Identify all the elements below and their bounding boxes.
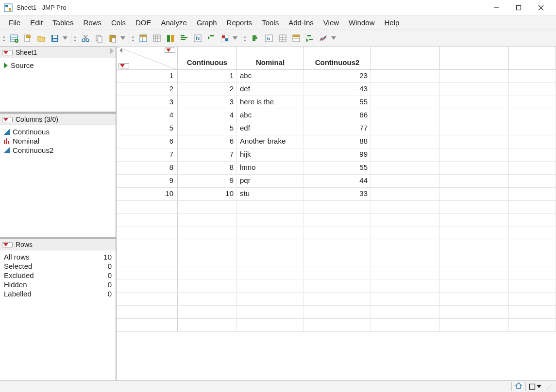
column-item-nominal[interactable]: Nominal — [4, 136, 112, 146]
selection-icon[interactable] — [205, 32, 218, 45]
cell-empty[interactable] — [237, 293, 304, 305]
cell-empty[interactable] — [371, 319, 440, 331]
cut-icon[interactable] — [79, 32, 92, 45]
menu-tools[interactable]: Tools — [257, 16, 284, 29]
cell-empty[interactable] — [178, 253, 237, 266]
grid-body[interactable]: 11abc2322def4333here is the5544abc6655ed… — [117, 70, 556, 380]
table-row-empty[interactable] — [117, 306, 556, 319]
new-script-icon[interactable] — [21, 32, 34, 45]
cell-nominal[interactable]: abc — [237, 70, 304, 82]
cell-empty[interactable] — [304, 306, 371, 318]
cell-empty[interactable] — [509, 227, 556, 240]
show-panels-icon[interactable] — [137, 32, 150, 45]
table-row[interactable]: 55edf77 — [117, 122, 556, 135]
table-row[interactable]: 99pqr44 — [117, 175, 556, 188]
cell-nominal[interactable]: here is the — [237, 96, 304, 109]
cell-empty[interactable] — [304, 227, 371, 240]
table-row[interactable]: 22def43 — [117, 83, 556, 96]
table-row-empty[interactable] — [117, 279, 556, 293]
cell-empty[interactable] — [509, 96, 556, 109]
chart-icon[interactable] — [317, 32, 330, 45]
cell-empty[interactable] — [178, 201, 237, 213]
cell-empty[interactable] — [509, 319, 556, 331]
cell-empty[interactable] — [509, 253, 556, 266]
menu-rows[interactable]: Rows — [78, 16, 106, 29]
menu-graph[interactable]: Graph — [192, 16, 222, 29]
columns-menu-icon[interactable] — [2, 117, 13, 122]
cell-nominal[interactable]: hijk — [237, 148, 304, 161]
cell-continuous[interactable]: 10 — [178, 188, 237, 200]
table-row-empty[interactable] — [117, 201, 556, 214]
cell-continuous2[interactable]: 43 — [304, 83, 371, 96]
toolbar-overflow[interactable] — [62, 32, 68, 45]
cell-nominal[interactable]: stu — [237, 188, 304, 200]
menu-view[interactable]: View — [319, 16, 344, 29]
rows-menu-icon[interactable] — [2, 242, 13, 247]
cell-empty[interactable] — [371, 96, 440, 109]
cell-empty[interactable] — [304, 266, 371, 279]
cell-empty[interactable] — [371, 175, 440, 187]
cell-empty[interactable] — [371, 201, 440, 213]
cell-empty[interactable] — [371, 83, 440, 96]
cell-empty[interactable] — [440, 122, 509, 135]
cell-empty[interactable] — [440, 96, 509, 109]
cell-empty[interactable] — [178, 293, 237, 305]
cell-empty[interactable] — [371, 148, 440, 161]
cell-empty[interactable] — [371, 240, 440, 253]
arrange-icon[interactable] — [178, 32, 190, 45]
cell-continuous2[interactable]: 33 — [304, 188, 371, 200]
row-number[interactable]: 3 — [117, 96, 178, 109]
row-stat-labelled[interactable]: Labelled0 — [4, 289, 112, 298]
column-item-continuous[interactable]: Continuous — [4, 127, 112, 136]
row-number[interactable] — [117, 279, 178, 292]
cell-empty[interactable] — [509, 83, 556, 96]
data-grid[interactable]: Continuous Nominal Continuous2 11abc2322… — [117, 47, 556, 380]
cell-empty[interactable] — [509, 201, 556, 213]
color-icon[interactable] — [219, 32, 231, 45]
cell-nominal[interactable]: def — [237, 83, 304, 96]
cell-empty[interactable] — [237, 279, 304, 292]
cell-empty[interactable] — [509, 175, 556, 187]
cell-empty[interactable] — [371, 162, 440, 174]
table-row[interactable]: 33here is the55 — [117, 96, 556, 109]
cell-empty[interactable] — [509, 70, 556, 82]
cell-empty[interactable] — [509, 162, 556, 174]
cell-empty[interactable] — [440, 306, 509, 318]
resize-grip-icon[interactable]: ⋰ — [546, 383, 553, 391]
row-stat-all-rows[interactable]: All rows10 — [4, 252, 112, 261]
row-stat-hidden[interactable]: Hidden0 — [4, 280, 112, 289]
table-row-empty[interactable] — [117, 293, 556, 306]
cell-continuous[interactable]: 1 — [178, 70, 237, 82]
cell-empty[interactable] — [440, 279, 509, 292]
table-row-empty[interactable] — [117, 253, 556, 266]
maximize-button[interactable] — [507, 0, 530, 16]
new-table-icon[interactable] — [8, 32, 20, 45]
row-stat-excluded[interactable]: Excluded0 — [4, 271, 112, 280]
cell-empty[interactable] — [371, 135, 440, 148]
cell-nominal[interactable]: edf — [237, 122, 304, 135]
cell-nominal[interactable]: pqr — [237, 175, 304, 187]
menu-addins[interactable]: Add-Ins — [284, 16, 319, 29]
cell-empty[interactable] — [509, 214, 556, 227]
menu-reports[interactable]: Reports — [222, 16, 257, 29]
cell-empty[interactable] — [371, 253, 440, 266]
fit-y-icon[interactable]: fx — [263, 32, 275, 45]
cell-empty[interactable] — [509, 148, 556, 161]
cell-continuous[interactable]: 2 — [178, 83, 237, 96]
column-header-empty[interactable] — [509, 47, 556, 69]
source-item[interactable]: Source — [4, 60, 112, 70]
toolbar-overflow[interactable] — [120, 32, 126, 45]
row-number[interactable] — [117, 227, 178, 240]
row-number[interactable] — [117, 240, 178, 253]
cell-empty[interactable] — [304, 214, 371, 227]
cell-continuous[interactable]: 6 — [178, 135, 237, 148]
summary-icon[interactable] — [290, 32, 303, 45]
minimize-button[interactable] — [485, 0, 507, 16]
cell-continuous[interactable]: 8 — [178, 162, 237, 174]
cell-empty[interactable] — [371, 306, 440, 318]
cell-empty[interactable] — [440, 148, 509, 161]
row-number[interactable] — [117, 306, 178, 318]
sheet-panel-header[interactable]: Sheet1 — [0, 47, 116, 58]
cell-empty[interactable] — [237, 266, 304, 279]
cell-empty[interactable] — [440, 135, 509, 148]
